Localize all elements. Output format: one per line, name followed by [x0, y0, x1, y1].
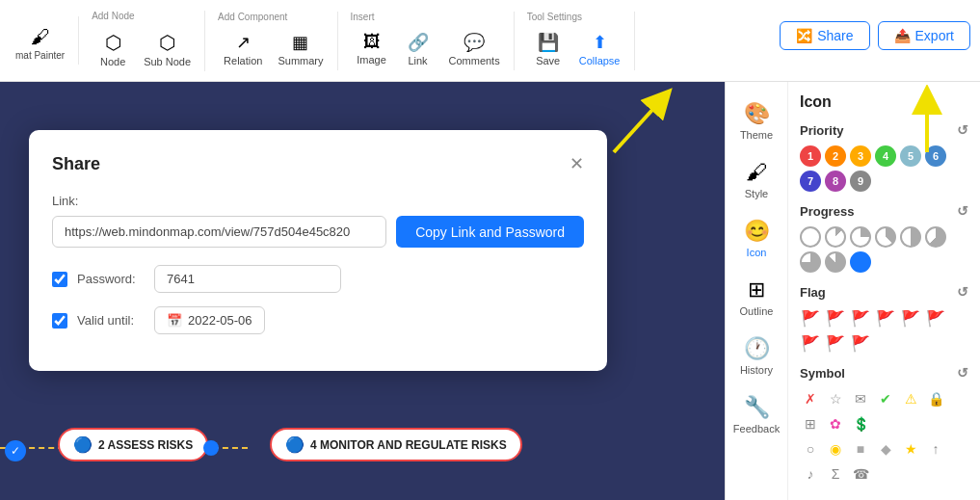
link-button[interactable]: 🔗 Link	[397, 28, 439, 70]
flag-yellow[interactable]: 🚩	[850, 307, 871, 329]
share-modal: Share ✕ Link: Copy Link and Password Pas…	[29, 130, 607, 371]
summary-button[interactable]: ▦ Summary	[272, 28, 329, 70]
progress-reset-icon[interactable]: ↺	[957, 203, 968, 219]
progress-5[interactable]	[925, 226, 946, 248]
symbol-up-arrow[interactable]: ↑	[925, 438, 946, 460]
symbol-circle-empty[interactable]: ○	[800, 438, 821, 460]
flag-reset-icon[interactable]: ↺	[957, 284, 968, 300]
share-arrow-indicator	[604, 85, 701, 166]
symbol-star-outline[interactable]: ☆	[825, 388, 846, 409]
export-arrow-indicator	[898, 85, 956, 166]
sidebar-item-style[interactable]: 🖌 Style	[726, 150, 787, 209]
relation-button[interactable]: ↗ Relation	[218, 28, 268, 70]
node-icon: ⬡	[105, 31, 121, 54]
flag-section-title: Flag ↺	[800, 284, 968, 300]
sidebar-item-feedback[interactable]: 🔧 Feedback	[726, 385, 787, 444]
collapse-button[interactable]: ⬆ Collapse	[573, 28, 626, 70]
flag-purple[interactable]: 🚩	[825, 332, 846, 354]
top-right-actions: 🔀 Share 📤 Export	[780, 21, 970, 50]
flag-blue[interactable]: 🚩	[925, 307, 946, 329]
sidebar-item-theme[interactable]: 🎨 Theme	[726, 92, 787, 150]
sub-node-icon: ⬡	[159, 31, 175, 54]
share-button[interactable]: 🔀 Share	[780, 21, 869, 50]
comments-icon: 💬	[464, 32, 485, 53]
history-icon: 🕐	[744, 336, 770, 361]
symbol-phone[interactable]: ☎	[850, 463, 871, 485]
progress-grid	[800, 226, 968, 273]
priority-9[interactable]: 9	[850, 171, 871, 192]
feedback-icon: 🔧	[744, 395, 770, 420]
sidebar-item-icon[interactable]: 😊 Icon	[726, 209, 787, 268]
date-picker[interactable]: 📅 2022-05-06	[154, 306, 265, 334]
symbol-x[interactable]: ✗	[800, 388, 821, 409]
flag-orange[interactable]: 🚩	[825, 307, 846, 329]
image-button[interactable]: 🖼 Image	[351, 28, 393, 70]
flag-navy[interactable]: 🚩	[800, 332, 821, 354]
progress-1[interactable]	[825, 226, 846, 248]
theme-icon: 🎨	[744, 101, 770, 126]
save-icon: 💾	[538, 32, 559, 53]
sidebar-item-outline[interactable]: ⊞ Outline	[726, 268, 787, 327]
symbol-warning[interactable]: ⚠	[900, 388, 921, 409]
priority-reset-icon[interactable]: ↺	[957, 122, 968, 138]
progress-full[interactable]	[850, 251, 871, 273]
password-input[interactable]	[154, 265, 341, 293]
relation-icon: ↗	[236, 32, 251, 53]
symbol-star-filled[interactable]: ★	[900, 438, 921, 460]
icon-panel-icon: 😊	[744, 219, 770, 244]
priority-4[interactable]: 4	[875, 145, 896, 167]
toolbar-group-tool-settings: Tool Settings 💾 Save ⬆ Collapse	[519, 12, 635, 70]
modal-close-button[interactable]: ✕	[569, 153, 584, 174]
link-row: Copy Link and Password	[52, 216, 584, 248]
valid-until-checkbox[interactable]	[52, 313, 67, 329]
symbol-check[interactable]: ✔	[875, 388, 896, 409]
symbol-circle-filled[interactable]: ◉	[825, 438, 846, 460]
save-button[interactable]: 💾 Save	[527, 28, 569, 70]
export-icon: 📤	[894, 28, 911, 43]
sidebar-item-history[interactable]: 🕐 History	[726, 327, 787, 385]
comments-button[interactable]: 💬 Comments	[443, 28, 506, 70]
priority-8[interactable]: 8	[825, 171, 846, 192]
symbol-reset-icon[interactable]: ↺	[957, 365, 968, 381]
progress-2[interactable]	[850, 226, 871, 248]
symbol-grid[interactable]: ⊞	[800, 413, 821, 434]
node-button[interactable]: ⬡ Node	[92, 27, 134, 71]
image-icon: 🖼	[363, 32, 381, 52]
copy-link-password-button[interactable]: Copy Link and Password	[396, 216, 584, 248]
symbol-music[interactable]: ♪	[800, 463, 821, 485]
link-icon: 🔗	[408, 32, 429, 53]
symbol-sigma[interactable]: Σ	[825, 463, 846, 485]
valid-until-row: Valid until: 📅 2022-05-06	[52, 306, 584, 334]
sub-node-button[interactable]: ⬡ Sub Node	[138, 27, 197, 71]
progress-0[interactable]	[800, 226, 821, 248]
priority-1[interactable]: 1	[800, 145, 821, 167]
flag-green[interactable]: 🚩	[875, 307, 896, 329]
symbol-mail[interactable]: ✉	[850, 388, 871, 409]
symbol-dollar[interactable]: 💲	[850, 413, 871, 434]
password-checkbox[interactable]	[52, 272, 67, 287]
priority-2[interactable]: 2	[825, 145, 846, 167]
symbol-diamond[interactable]: ◆	[875, 438, 896, 460]
priority-3[interactable]: 3	[850, 145, 871, 167]
sidebar-icons: 🎨 Theme 🖌 Style 😊 Icon ⊞ Outline 🕐 Histo…	[726, 82, 788, 500]
password-label: Password:	[77, 272, 145, 286]
collapse-icon: ⬆	[593, 32, 607, 53]
progress-7[interactable]	[825, 251, 846, 273]
progress-6[interactable]	[800, 251, 821, 273]
symbol-section-title: Symbol ↺	[800, 365, 968, 381]
symbol-square[interactable]: ■	[850, 438, 871, 460]
modal-title: Share	[52, 154, 100, 174]
flag-gray[interactable]: 🚩	[850, 332, 871, 354]
symbol-flower[interactable]: ✿	[825, 413, 846, 434]
symbol-lock[interactable]: 🔒	[925, 388, 946, 409]
export-button[interactable]: 📤 Export	[878, 21, 970, 50]
format-painter-icon: 🖌	[31, 26, 50, 48]
flag-teal[interactable]: 🚩	[900, 307, 921, 329]
priority-7[interactable]: 7	[800, 171, 821, 192]
toolbar-group-format: 🖌 mat Painter	[10, 16, 79, 65]
format-painter-button[interactable]: 🖌 mat Painter	[10, 22, 70, 65]
flag-red[interactable]: 🚩	[800, 307, 821, 329]
link-input[interactable]	[52, 216, 386, 248]
progress-3[interactable]	[875, 226, 896, 248]
progress-4[interactable]	[900, 226, 921, 248]
